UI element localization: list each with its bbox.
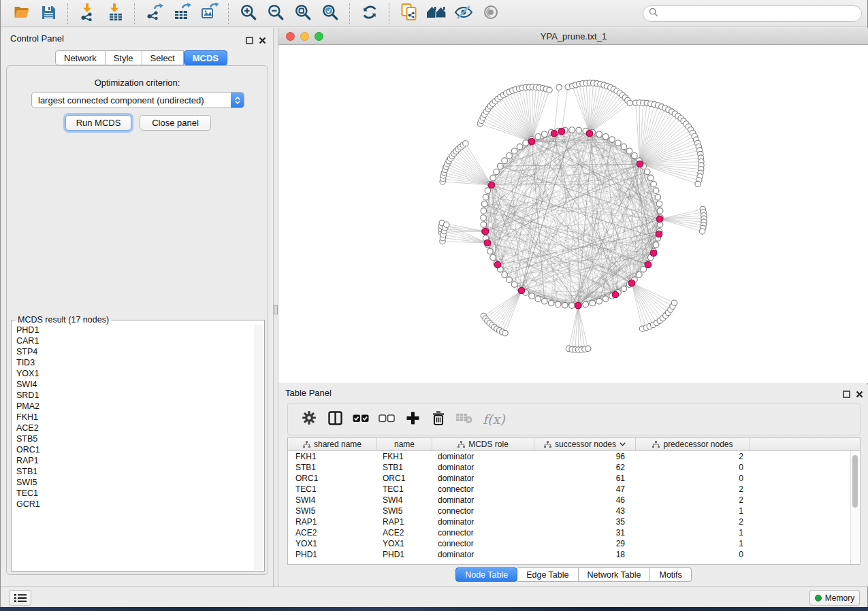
network-node[interactable] xyxy=(621,286,627,292)
mcds-node[interactable] xyxy=(488,182,495,188)
network-node[interactable] xyxy=(481,208,487,214)
network-node[interactable] xyxy=(502,271,508,278)
tab-edge-table[interactable]: Edge Table xyxy=(517,567,578,582)
mcds-node[interactable] xyxy=(656,231,662,237)
table-cell[interactable]: 18 xyxy=(534,550,636,559)
network-leaf-node[interactable] xyxy=(699,229,705,234)
mcds-node[interactable] xyxy=(612,291,619,298)
column-header-predecessor-nodes[interactable]: predecessor nodes xyxy=(636,438,750,450)
close-panel-button[interactable]: Close panel xyxy=(140,115,211,131)
import-network-button[interactable] xyxy=(76,3,99,24)
network-node[interactable] xyxy=(494,169,500,175)
delete-table-button[interactable] xyxy=(453,408,476,431)
network-node[interactable] xyxy=(583,301,589,308)
table-row[interactable]: SWI5SWI5connector431 xyxy=(288,506,860,516)
table-cell[interactable]: dominator xyxy=(432,550,534,559)
mcds-result-item[interactable]: YOX1 xyxy=(12,368,263,379)
network-leaf-node[interactable] xyxy=(444,222,449,227)
mcds-node[interactable] xyxy=(482,228,489,235)
network-node[interactable] xyxy=(590,300,596,306)
table-cell[interactable]: SWI5 xyxy=(288,506,377,516)
open-file-button[interactable] xyxy=(10,3,33,24)
houses-button[interactable] xyxy=(425,3,448,24)
network-node[interactable] xyxy=(542,298,548,304)
network-node[interactable] xyxy=(596,298,602,304)
network-node[interactable] xyxy=(609,137,615,143)
network-canvas[interactable] xyxy=(278,45,868,383)
table-cell[interactable]: 47 xyxy=(534,484,636,494)
network-leaf-node[interactable] xyxy=(627,100,632,105)
mcds-result-item[interactable]: PMA2 xyxy=(12,401,263,412)
network-node[interactable] xyxy=(535,134,541,140)
network-node[interactable] xyxy=(490,175,496,181)
mcds-result-item[interactable]: GCR1 xyxy=(12,499,263,510)
deselect-all-button[interactable] xyxy=(375,408,398,431)
table-cell[interactable]: PHD1 xyxy=(288,550,377,559)
control-panel-float-button[interactable] xyxy=(246,35,254,43)
function-builder-button[interactable]: f(x) xyxy=(483,412,505,427)
network-node[interactable] xyxy=(483,195,489,201)
table-cell[interactable]: dominator xyxy=(432,452,534,461)
table-cell[interactable]: connector xyxy=(432,539,534,548)
network-node[interactable] xyxy=(632,152,638,159)
table-cell[interactable]: 43 xyxy=(534,506,636,516)
table-cell[interactable]: TEC1 xyxy=(377,484,432,494)
network-node[interactable] xyxy=(481,215,487,221)
table-cell[interactable]: 0 xyxy=(636,463,750,472)
table-row[interactable]: ORC1ORC1dominator610 xyxy=(288,473,860,484)
network-node[interactable] xyxy=(507,152,513,159)
network-node[interactable] xyxy=(602,134,609,140)
refresh-button[interactable] xyxy=(358,3,381,24)
export-table-button[interactable] xyxy=(170,3,193,24)
network-node[interactable] xyxy=(548,300,554,306)
mcds-result-item[interactable]: STB1 xyxy=(12,466,263,477)
network-node[interactable] xyxy=(576,127,582,133)
network-leaf-node[interactable] xyxy=(556,84,562,90)
mcds-result-item[interactable]: PHD1 xyxy=(12,325,263,335)
table-cell[interactable]: 2 xyxy=(636,517,750,527)
mcds-result-item[interactable]: STB5 xyxy=(12,433,263,444)
table-cell[interactable]: STB1 xyxy=(377,463,432,472)
table-cell[interactable]: YOX1 xyxy=(377,539,432,548)
table-cell[interactable]: ORC1 xyxy=(288,474,377,483)
network-node[interactable] xyxy=(615,140,622,146)
optimization-criterion-select[interactable]: largest connected component (undirected) xyxy=(31,92,244,108)
network-leaf-node[interactable] xyxy=(502,330,508,335)
network-node[interactable] xyxy=(481,201,487,208)
table-cell[interactable]: SWI4 xyxy=(288,495,377,505)
show-all-button[interactable] xyxy=(479,3,502,24)
mcds-node[interactable] xyxy=(656,216,663,222)
table-cell[interactable]: 1 xyxy=(636,506,750,516)
table-cell[interactable]: 46 xyxy=(534,495,636,505)
network-node[interactable] xyxy=(641,267,647,273)
mcds-node[interactable] xyxy=(484,240,491,246)
vertical-splitter[interactable] xyxy=(273,28,278,587)
table-cell[interactable]: RAP1 xyxy=(288,517,377,527)
table-row[interactable]: PHD1PHD1dominator180 xyxy=(288,549,860,560)
add-column-button[interactable] xyxy=(401,408,424,431)
table-cell[interactable]: ACE2 xyxy=(288,528,377,538)
table-cell[interactable]: 31 xyxy=(534,528,636,538)
table-cell[interactable]: FKH1 xyxy=(377,452,432,461)
network-node[interactable] xyxy=(626,148,632,154)
table-cell[interactable]: YOX1 xyxy=(288,539,377,548)
table-cell[interactable]: 2 xyxy=(636,495,750,505)
network-node[interactable] xyxy=(648,175,654,181)
tab-select[interactable]: Select xyxy=(142,50,184,65)
table-cell[interactable]: 96 xyxy=(534,452,636,461)
table-cell[interactable]: 2 xyxy=(636,452,750,461)
export-image-button[interactable] xyxy=(197,3,221,24)
network-node[interactable] xyxy=(569,303,575,309)
network-node[interactable] xyxy=(602,296,609,302)
tab-motifs[interactable]: Motifs xyxy=(650,567,691,582)
network-node[interactable] xyxy=(555,301,561,308)
delete-column-button[interactable] xyxy=(427,408,450,431)
network-node[interactable] xyxy=(490,254,496,261)
table-cell[interactable]: 1 xyxy=(636,539,750,548)
zoom-selected-button[interactable] xyxy=(319,3,342,24)
network-leaf-node[interactable] xyxy=(463,141,468,146)
table-cell[interactable]: STB1 xyxy=(288,463,377,472)
show-columns-button[interactable] xyxy=(323,408,347,431)
network-node[interactable] xyxy=(562,302,568,308)
table-cell[interactable]: RAP1 xyxy=(377,517,432,527)
